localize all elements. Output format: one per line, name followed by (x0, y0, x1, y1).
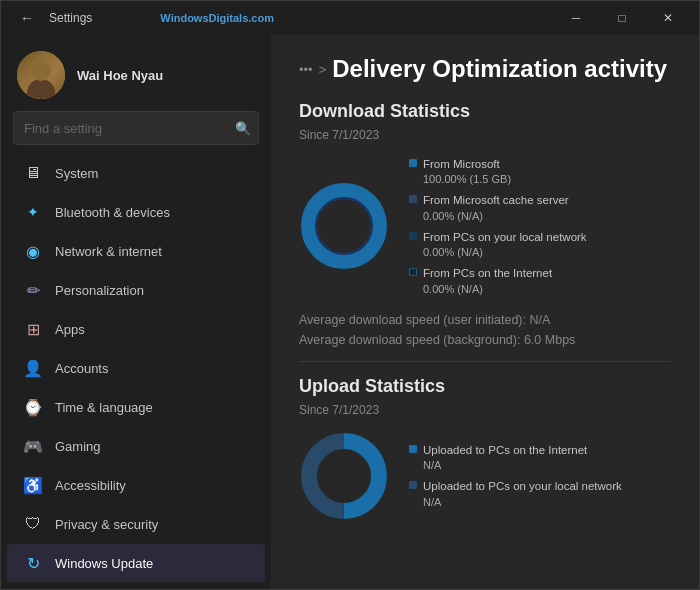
upload-dot-internet (409, 445, 417, 453)
network-icon: ◉ (23, 241, 43, 261)
legend-dot-internet (409, 268, 417, 276)
avg-bg-label: Average download speed (background): (299, 333, 524, 347)
main-area: Wai Hoe Nyau 🔍 🖥 System ✦ Bluetooth & de… (1, 35, 699, 589)
nav-list: 🖥 System ✦ Bluetooth & devices ◉ Network… (1, 153, 271, 583)
download-section: Download Statistics Since 7/1/2023 (299, 101, 671, 347)
avg-user-label: Average download speed (user initiated): (299, 313, 529, 327)
legend-label-1: From Microsoft cache server (423, 192, 569, 208)
download-title: Download Statistics (299, 101, 671, 122)
user-profile[interactable]: Wai Hoe Nyau (1, 35, 271, 111)
breadcrumb: ••• > Delivery Optimization activity (299, 55, 671, 83)
upload-since: Since 7/1/2023 (299, 403, 671, 417)
legend-item-cache: From Microsoft cache server 0.00% (N/A) (409, 192, 587, 223)
page-title: Delivery Optimization activity (332, 55, 667, 83)
titlebar-left: ← Settings WindowsDigitals.com (13, 1, 274, 35)
watermark: WindowsDigitals.com (160, 12, 274, 24)
upload-legend-item-local: Uploaded to PCs on your local network N/… (409, 478, 622, 509)
sidebar-item-label: Windows Update (55, 556, 153, 571)
settings-window: ← Settings WindowsDigitals.com ─ □ ✕ Wai… (0, 0, 700, 590)
svg-point-2 (316, 198, 372, 254)
window-controls: ─ □ ✕ (553, 1, 691, 35)
sidebar-item-label: Bluetooth & devices (55, 205, 170, 220)
sidebar-item-label: Accessibility (55, 478, 126, 493)
sidebar-item-accessibility[interactable]: ♿ Accessibility (7, 466, 265, 504)
sidebar-item-apps[interactable]: ⊞ Apps (7, 310, 265, 348)
avg-speed-bg: Average download speed (background): 6.0… (299, 333, 671, 347)
minimize-button[interactable]: ─ (553, 1, 599, 35)
upload-legend-label-0: Uploaded to PCs on the Internet (423, 442, 587, 458)
legend-label-2: From PCs on your local network (423, 229, 587, 245)
privacy-icon: 🛡 (23, 514, 43, 534)
download-donut-chart (299, 181, 389, 271)
upload-section: Upload Statistics Since 7/1/2023 (299, 376, 671, 521)
sidebar-item-bluetooth[interactable]: ✦ Bluetooth & devices (7, 193, 265, 231)
content-area: ••• > Delivery Optimization activity Dow… (271, 35, 699, 589)
user-info: Wai Hoe Nyau (77, 68, 255, 83)
sidebar-item-label: Personalization (55, 283, 144, 298)
sidebar-item-label: Privacy & security (55, 517, 158, 532)
legend-value-0: 100.00% (1.5 GB) (423, 172, 511, 187)
close-button[interactable]: ✕ (645, 1, 691, 35)
legend-value-3: 0.00% (N/A) (423, 282, 552, 297)
legend-dot-cache (409, 195, 417, 203)
download-legend: From Microsoft 100.00% (1.5 GB) From Mic… (409, 156, 587, 297)
legend-label-0: From Microsoft (423, 156, 511, 172)
sidebar-item-network[interactable]: ◉ Network & internet (7, 232, 265, 270)
back-button[interactable]: ← (13, 1, 41, 35)
sidebar-item-label: Accounts (55, 361, 108, 376)
user-name: Wai Hoe Nyau (77, 68, 255, 83)
upload-legend: Uploaded to PCs on the Internet N/A Uplo… (409, 442, 622, 510)
upload-stats-row: Uploaded to PCs on the Internet N/A Uplo… (299, 431, 671, 521)
sidebar-item-time[interactable]: ⌚ Time & language (7, 388, 265, 426)
accessibility-icon: ♿ (23, 475, 43, 495)
sidebar-item-personalization[interactable]: ✏ Personalization (7, 271, 265, 309)
section-divider (299, 361, 671, 362)
personalization-icon: ✏ (23, 280, 43, 300)
upload-dot-local (409, 481, 417, 489)
sidebar-item-label: Network & internet (55, 244, 162, 259)
sidebar-item-accounts[interactable]: 👤 Accounts (7, 349, 265, 387)
sidebar-item-label: System (55, 166, 98, 181)
upload-title: Upload Statistics (299, 376, 671, 397)
upload-legend-value-0: N/A (423, 458, 587, 473)
breadcrumb-dots: ••• (299, 62, 313, 77)
bluetooth-icon: ✦ (23, 202, 43, 222)
legend-value-2: 0.00% (N/A) (423, 245, 587, 260)
upload-legend-label-1: Uploaded to PCs on your local network (423, 478, 622, 494)
apps-icon: ⊞ (23, 319, 43, 339)
titlebar-title: Settings (49, 11, 92, 25)
svg-point-1 (309, 191, 379, 261)
avatar (17, 51, 65, 99)
upload-donut-chart (299, 431, 389, 521)
search-box: 🔍 (13, 111, 259, 145)
legend-dot-microsoft (409, 159, 417, 167)
sidebar-item-label: Gaming (55, 439, 101, 454)
legend-value-1: 0.00% (N/A) (423, 209, 569, 224)
legend-dot-local (409, 232, 417, 240)
upload-legend-item-internet: Uploaded to PCs on the Internet N/A (409, 442, 622, 473)
titlebar: ← Settings WindowsDigitals.com ─ □ ✕ (1, 1, 699, 35)
maximize-button[interactable]: □ (599, 1, 645, 35)
download-stats-row: From Microsoft 100.00% (1.5 GB) From Mic… (299, 156, 671, 297)
system-icon: 🖥 (23, 163, 43, 183)
search-icon[interactable]: 🔍 (235, 121, 251, 136)
upload-legend-value-1: N/A (423, 495, 622, 510)
sidebar-item-label: Apps (55, 322, 85, 337)
sidebar-item-gaming[interactable]: 🎮 Gaming (7, 427, 265, 465)
sidebar-item-privacy[interactable]: 🛡 Privacy & security (7, 505, 265, 543)
legend-item-internet: From PCs on the Internet 0.00% (N/A) (409, 265, 587, 296)
time-icon: ⌚ (23, 397, 43, 417)
sidebar-item-system[interactable]: 🖥 System (7, 154, 265, 192)
sidebar: Wai Hoe Nyau 🔍 🖥 System ✦ Bluetooth & de… (1, 35, 271, 589)
update-icon: ↻ (23, 553, 43, 573)
sidebar-item-label: Time & language (55, 400, 153, 415)
legend-item-microsoft: From Microsoft 100.00% (1.5 GB) (409, 156, 587, 187)
sidebar-item-windows-update[interactable]: ↻ Windows Update (7, 544, 265, 582)
search-input[interactable] (13, 111, 259, 145)
download-since: Since 7/1/2023 (299, 128, 671, 142)
legend-item-local: From PCs on your local network 0.00% (N/… (409, 229, 587, 260)
legend-label-3: From PCs on the Internet (423, 265, 552, 281)
avg-speed-user: Average download speed (user initiated):… (299, 313, 671, 327)
gaming-icon: 🎮 (23, 436, 43, 456)
accounts-icon: 👤 (23, 358, 43, 378)
